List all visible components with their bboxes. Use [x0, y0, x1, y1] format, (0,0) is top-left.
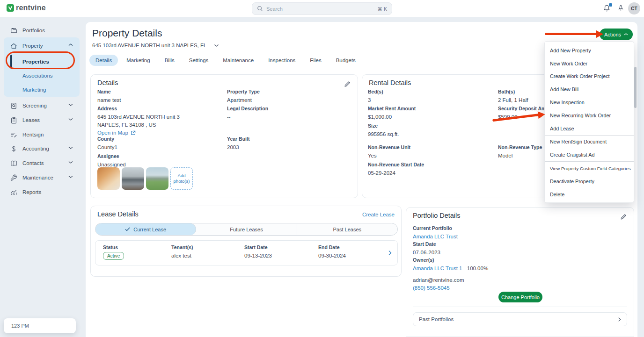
menu-item-delete[interactable]: Delete: [545, 188, 634, 201]
create-lease-link[interactable]: Create Lease: [362, 212, 395, 217]
home-icon: [10, 43, 17, 50]
sidebar-item-maintenance[interactable]: Maintenance: [10, 171, 80, 185]
chevron-down-icon: [68, 103, 73, 107]
avatar[interactable]: CT: [628, 2, 640, 14]
sidebar-item-portfolios[interactable]: Portfolios: [10, 23, 80, 37]
sidebar-item-contacts[interactable]: Contacts: [10, 156, 80, 170]
owner-link[interactable]: Amanda LLC Trust 1: [413, 265, 462, 271]
scrollbar-thumb[interactable]: [634, 67, 637, 108]
whats-new-button[interactable]: [617, 4, 625, 13]
global-search[interactable]: ⌘ K: [252, 2, 392, 15]
clipboard-icon: [10, 117, 17, 124]
search-icon: [257, 6, 263, 12]
segment-past-leases[interactable]: Past Leases: [297, 223, 397, 235]
menu-item-create-work-order-project[interactable]: Create Work Order Project: [545, 70, 634, 83]
details-card-title: Details: [97, 79, 118, 86]
sidebar-item-associations[interactable]: Associations: [22, 69, 79, 82]
current-portfolio-link[interactable]: Amanda LLC Trust: [413, 234, 458, 239]
menu-item-new-work-order[interactable]: New Work Order: [545, 57, 634, 70]
sidebar-item-label: Reports: [22, 189, 41, 195]
actions-button[interactable]: Actions: [600, 29, 633, 40]
field-baths: Bath(s) 2 Full, 1 Half: [498, 89, 528, 104]
rental-card-title: Rental Details: [369, 79, 411, 86]
sidebar-item-properties[interactable]: Properties: [22, 55, 79, 68]
avatar-initials: CT: [631, 6, 637, 11]
menu-item-deactivate-property[interactable]: Deactivate Property: [545, 175, 634, 188]
sidebar-item-marketing[interactable]: Marketing: [22, 83, 79, 96]
sidebar-item-leases[interactable]: Leases: [10, 113, 80, 127]
sidebar-item-property[interactable]: Property: [10, 39, 80, 53]
lease-row[interactable]: Status Active Tenant(s) alex test Start …: [95, 240, 398, 265]
chart-icon: [10, 189, 17, 196]
field-size: Size 995956 sq.ft.: [368, 123, 399, 138]
property-selector[interactable]: 645 103rd AVENUE NORTH unit 3 NAPLES, FL: [92, 43, 219, 48]
menu-item-new-rentsign-document[interactable]: New RentSign Document: [545, 136, 634, 149]
menu-item-new-inspection[interactable]: New Inspection: [545, 96, 634, 109]
chevron-down-icon: [68, 117, 73, 121]
sidebar-item-label: Portfolios: [22, 28, 45, 33]
tab-details[interactable]: Details: [89, 55, 118, 66]
rentvine-logo-icon: [7, 4, 14, 12]
owner-phone-link[interactable]: (850) 556-5045: [413, 285, 450, 291]
past-portfolios-row[interactable]: Past Portfolios: [413, 312, 627, 326]
menu-item-new-recurring-work-order[interactable]: New Recurring Work Order: [545, 109, 634, 122]
notification-badge: [609, 3, 612, 7]
field-property-type: Property Type Apartment: [227, 89, 260, 104]
lease-col-tenants: Tenant(s) alex test: [171, 244, 193, 258]
sidebar-subitem-label: Associations: [22, 73, 53, 79]
signature-icon: [10, 131, 17, 138]
property-photo[interactable]: [122, 167, 144, 190]
property-photo[interactable]: [146, 167, 168, 190]
brand-logo[interactable]: rentvine: [7, 4, 46, 12]
field-beds: Bed(s) 3: [368, 89, 383, 104]
brand-name: rentvine: [16, 4, 46, 12]
menu-item-view-property-custom-field-categories[interactable]: View Property Custom Field Categories: [545, 162, 634, 175]
time-tooltip: 123 PM: [4, 318, 76, 333]
tab-settings[interactable]: Settings: [183, 55, 215, 66]
tab-budgets[interactable]: Budgets: [330, 55, 362, 66]
field-legal-description: Legal Description --: [227, 106, 268, 121]
edit-pencil-icon[interactable]: [344, 81, 351, 87]
property-photo[interactable]: [97, 167, 120, 190]
sidebar-item-label: Leases: [22, 117, 40, 123]
segment-future-leases[interactable]: Future Leases: [196, 223, 297, 235]
tab-inspections[interactable]: Inspections: [262, 55, 301, 66]
owner-share: 100.00%: [467, 265, 488, 271]
tab-files[interactable]: Files: [304, 55, 327, 66]
dollar-icon: [10, 145, 17, 152]
sidebar-item-accounting[interactable]: Accounting: [10, 142, 80, 156]
tab-maintenance[interactable]: Maintenance: [217, 55, 260, 66]
field-nonrevenue-type: Non-Revenue Type Model: [498, 144, 542, 160]
page-title: Property Details: [92, 28, 162, 39]
field-assignee: Assignee Unassigned: [97, 153, 126, 169]
sidebar-item-reports[interactable]: Reports: [10, 185, 80, 199]
field-nonrevenue-unit: Non-Revenue Unit Yes: [368, 144, 410, 160]
field-portfolio-start-date: Start Date 07-06-2023: [413, 241, 440, 257]
chevron-up-icon: [624, 33, 628, 36]
menu-item-create-craigslist-ad[interactable]: Create Craigslist Ad: [545, 148, 634, 161]
rocket-icon: [617, 4, 625, 12]
add-photos-button[interactable]: Add photo(s): [170, 167, 193, 190]
menu-item-add-new-bill[interactable]: Add New Bill: [545, 83, 634, 96]
time-tooltip-text: 123 PM: [11, 323, 29, 329]
menu-item-add-new-property[interactable]: Add New Property: [545, 44, 634, 57]
tab-bills[interactable]: Bills: [159, 55, 181, 66]
sidebar-item-screening[interactable]: Screening: [10, 99, 80, 113]
sidebar-item-rentsign[interactable]: Rentsign: [10, 128, 80, 142]
search-input[interactable]: [266, 6, 374, 12]
open-in-map-link[interactable]: Open in Map: [97, 130, 180, 136]
lease-card-title: Lease Details: [97, 210, 139, 218]
lease-segmented-control: Current Lease Future Leases Past Leases: [95, 223, 398, 236]
check-icon: [125, 227, 130, 231]
edit-pencil-icon[interactable]: [620, 214, 627, 220]
segment-current-lease[interactable]: Current Lease: [95, 223, 196, 235]
menu-item-add-lease[interactable]: Add Lease: [545, 122, 634, 135]
notifications-button[interactable]: [603, 4, 611, 13]
tab-marketing[interactable]: Marketing: [120, 55, 156, 66]
sidebar-subitem-label: Properties: [22, 59, 49, 65]
change-portfolio-button[interactable]: Change Portfolio: [498, 292, 542, 302]
portfolio-details-card: Portfolio Details Current Portfolio Aman…: [406, 207, 634, 337]
property-tabs: Details Marketing Bills Settings Mainten…: [89, 55, 362, 66]
wrench-icon: [10, 174, 17, 181]
sidebar-item-label: Contacts: [22, 160, 44, 166]
